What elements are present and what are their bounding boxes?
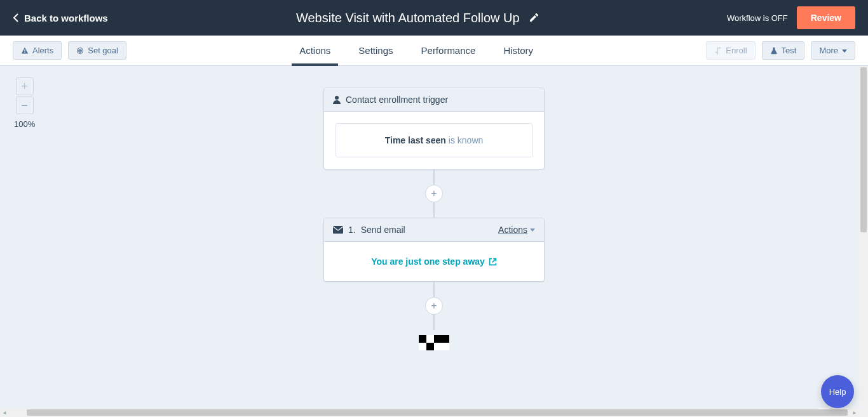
svg-rect-6	[333, 226, 343, 234]
connector-line	[433, 169, 435, 185]
pencil-icon[interactable]	[529, 13, 539, 23]
finish-flag-icon	[419, 335, 449, 350]
action-actions-label: Actions	[498, 225, 527, 235]
enroll-icon	[714, 47, 722, 55]
trigger-condition-field: Time last seen	[385, 135, 446, 145]
vertical-scrollbar[interactable]	[859, 66, 868, 408]
flow: Contact enrollment trigger Time last see…	[0, 66, 868, 417]
enroll-button: Enroll	[706, 41, 755, 60]
tab-actions[interactable]: Actions	[299, 36, 330, 65]
tab-history-label: History	[503, 45, 533, 56]
action-header: 1. Send email Actions	[324, 218, 544, 242]
header-right: Workflow is OFF Review	[727, 6, 855, 29]
toolbar-right: Enroll Test More	[706, 41, 855, 60]
external-link-icon	[489, 258, 497, 266]
scroll-right-arrow[interactable]: ►	[850, 408, 859, 417]
canvas-scroll[interactable]: Contact enrollment trigger Time last see…	[0, 66, 868, 417]
email-link[interactable]: You are just one step away	[371, 256, 497, 267]
tab-settings[interactable]: Settings	[358, 36, 393, 65]
email-link-text: You are just one step away	[371, 256, 485, 267]
flask-icon	[770, 47, 778, 55]
svg-marker-7	[530, 228, 535, 232]
caret-down-icon	[530, 227, 535, 232]
action-title-type: Send email	[361, 225, 405, 235]
svg-point-2	[80, 50, 81, 51]
toolbar-left: Alerts Set goal	[13, 41, 126, 60]
target-icon	[76, 47, 84, 55]
alert-icon	[21, 47, 29, 55]
svg-marker-4	[842, 50, 847, 53]
toolbar: Alerts Set goal Actions Settings Perform…	[0, 36, 868, 66]
connector-line	[433, 282, 435, 297]
workflow-title: Website Visit with Automated Follow Up	[296, 11, 520, 25]
trigger-header: Contact enrollment trigger	[324, 88, 544, 112]
scroll-left-arrow[interactable]: ◄	[0, 408, 9, 417]
action-card-1[interactable]: 1. Send email Actions You are just one s…	[323, 218, 545, 282]
trigger-body: Time last seen is known	[324, 112, 544, 169]
scroll-corner	[859, 408, 868, 417]
more-button[interactable]: More	[811, 41, 855, 60]
help-button[interactable]: Help	[821, 375, 854, 408]
caret-down-icon	[842, 48, 847, 53]
action-actions-dropdown[interactable]: Actions	[498, 225, 535, 235]
svg-line-8	[492, 258, 496, 262]
horizontal-scrollbar[interactable]: ◄ ►	[0, 408, 859, 417]
trigger-condition-op: is known	[446, 135, 483, 145]
connector-line	[433, 315, 435, 330]
test-button[interactable]: Test	[762, 41, 805, 60]
app-header: Back to workflows Website Visit with Aut…	[0, 0, 868, 36]
set-goal-label: Set goal	[88, 46, 118, 55]
more-label: More	[819, 46, 838, 55]
tab-actions-label: Actions	[299, 45, 330, 56]
tab-settings-label: Settings	[358, 45, 393, 56]
enrollment-trigger-card[interactable]: Contact enrollment trigger Time last see…	[323, 88, 545, 169]
contact-icon	[333, 95, 341, 104]
svg-point-5	[335, 96, 339, 100]
trigger-condition[interactable]: Time last seen is known	[336, 123, 532, 157]
tabs: Actions Settings Performance History	[126, 36, 706, 65]
canvas-area: + − 100% Contact enrollment trigger Time…	[0, 66, 868, 417]
action-body: You are just one step away	[324, 242, 544, 281]
email-icon	[333, 226, 343, 234]
add-action-button[interactable]: +	[425, 297, 443, 315]
tab-performance-label: Performance	[421, 45, 476, 56]
enroll-label: Enroll	[726, 46, 747, 55]
tab-performance[interactable]: Performance	[421, 36, 476, 65]
help-label: Help	[829, 387, 846, 397]
workflow-status: Workflow is OFF	[727, 13, 788, 23]
alerts-label: Alerts	[32, 46, 53, 55]
alerts-button[interactable]: Alerts	[13, 41, 62, 60]
header-center: Website Visit with Automated Follow Up	[108, 11, 727, 25]
tab-history[interactable]: History	[503, 36, 533, 65]
add-action-button[interactable]: +	[425, 185, 443, 202]
action-title-num: 1.	[348, 225, 356, 235]
trigger-title: Contact enrollment trigger	[346, 95, 448, 105]
connector-line	[433, 202, 435, 218]
test-label: Test	[782, 46, 797, 55]
set-goal-button[interactable]: Set goal	[68, 41, 126, 60]
back-to-workflows-link[interactable]: Back to workflows	[13, 13, 108, 23]
chevron-left-icon	[13, 13, 19, 23]
review-button[interactable]: Review	[797, 6, 855, 29]
back-label: Back to workflows	[24, 13, 108, 23]
